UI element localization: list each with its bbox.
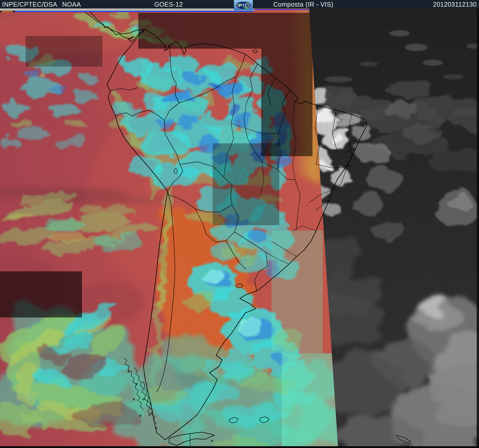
satellite-viewer: INPE/CPTEC/DSA NOAA GOES-12 Composta (IR… <box>0 0 479 448</box>
network-label: NOAA <box>62 0 81 9</box>
agency-label: INPE/CPTEC/DSA <box>2 0 57 9</box>
product-label: Composta (IR - VIS) <box>273 0 334 9</box>
satellite-label: GOES-12 <box>154 0 183 9</box>
cptec-logo-icon: CPTEC <box>234 0 253 10</box>
satellite-image <box>0 0 479 448</box>
cptec-logo-text: CPTEC <box>235 3 252 8</box>
image-bottom-bar <box>0 446 479 448</box>
timestamp-label: 201203112130 <box>433 0 477 9</box>
cptec-globe-logo: CPTEC <box>234 0 253 10</box>
image-right-edge <box>477 8 479 448</box>
